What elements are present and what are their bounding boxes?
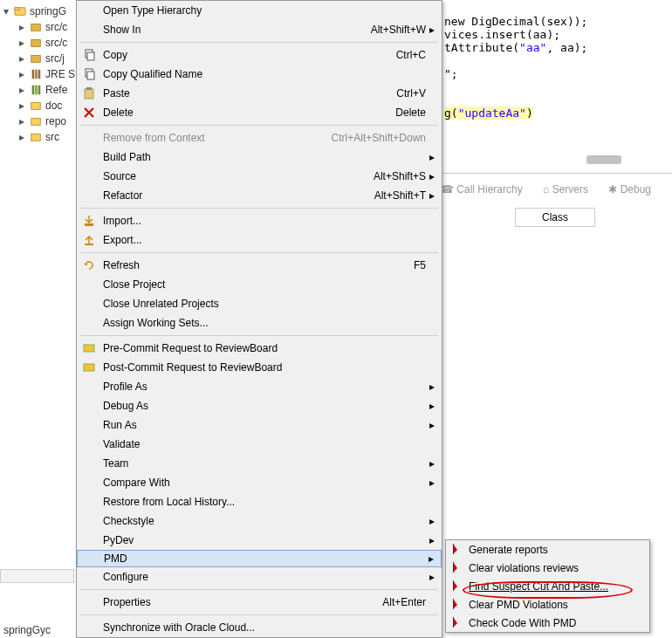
code-line: g("updateAa") [444,106,533,120]
submenu-item-clear-pmd-violations[interactable]: Clear PMD Violations [446,595,649,614]
menu-item-paste[interactable]: PasteCtrl+V [77,84,442,103]
menu-item-import[interactable]: Import... [77,211,442,230]
tree-item[interactable]: ▸repo [2,113,86,129]
paste-icon [82,86,96,100]
menu-shortcut: Alt+Shift+S [374,170,426,182]
menu-item-synchronize-with-oracle-cloud[interactable]: Synchronize with Oracle Cloud... [77,618,442,637]
menu-item-pmd[interactable]: PMD▸ [77,550,442,567]
expand-icon[interactable]: ▸ [17,52,26,65]
menu-item-checkstyle[interactable]: Checkstyle▸ [77,511,442,531]
expand-icon[interactable]: ▸ [17,131,26,143]
view-servers[interactable]: ⌂ Servers [543,183,597,196]
code-line: vices.insert(aa); [444,28,560,41]
menu-item-profile-as[interactable]: Profile As▸ [77,377,442,396]
menu-label: Team [103,457,426,470]
views-toolbar: ☎ Call Hierarchy ⌂ Servers ✱ Debug [441,183,672,196]
editor-scrollbar-thumb[interactable] [586,155,621,164]
tree-item[interactable]: ▸JRE S [2,66,86,82]
view-debug[interactable]: ✱ Debug [608,183,660,196]
menu-label: Delete [103,106,395,119]
tree-item[interactable]: ▸src [2,129,86,145]
menu-label: Post-Commit Request to ReviewBoard [103,361,426,374]
menu-item-configure[interactable]: Configure▸ [77,567,442,587]
submenu-item-generate-reports[interactable]: Generate reports [446,540,649,559]
view-call-hierarchy[interactable]: ☎ Call Hierarchy [441,183,531,196]
menu-item-restore-from-local-history[interactable]: Restore from Local History... [77,492,442,511]
menu-item-validate[interactable]: Validate [77,435,442,454]
submenu-item-find-suspect-cut-and-paste[interactable]: Find Suspect Cut And Paste... [446,577,649,595]
expand-icon[interactable]: ▸ [17,21,26,33]
tree-item-label: JRE S [45,68,75,80]
submenu-arrow-icon: ▸ [426,400,435,412]
submenu-arrow-icon: ▸ [426,381,435,393]
menu-item-pydev[interactable]: PyDev▸ [77,531,442,550]
library-icon [30,68,42,80]
pmd-submenu[interactable]: Generate reportsClear violations reviews… [445,539,650,633]
menu-item-compare-with[interactable]: Compare With▸ [77,473,442,492]
svg-rect-8 [32,86,35,95]
folder-icon [30,115,42,127]
code-editor[interactable]: new DigDecimal(sex)); vices.insert(aa); … [441,0,672,121]
submenu-item-clear-violations-reviews[interactable]: Clear violations reviews [446,559,649,577]
menu-item-open-type-hierarchy[interactable]: Open Type Hierarchy [77,1,442,20]
tree-item[interactable]: ▸src/c [2,35,86,51]
submenu-label: Find Suspect Cut And Paste... [469,580,642,593]
menu-item-remove-from-context: Remove from ContextCtrl+Alt+Shift+Down [77,128,442,147]
menu-label: Validate [103,438,426,450]
menu-item-copy[interactable]: CopyCtrl+C [77,45,442,65]
tree-item[interactable]: ▸doc [2,98,86,113]
menu-item-run-as[interactable]: Run As▸ [77,415,442,435]
rb-icon [82,360,96,374]
tree-root[interactable]: ▾ springG [2,3,86,19]
menu-item-debug-as[interactable]: Debug As▸ [77,396,442,415]
menu-item-team[interactable]: Team▸ [77,454,442,473]
menu-item-refresh[interactable]: RefreshF5 [77,256,442,275]
expand-icon[interactable]: ▸ [17,68,26,80]
menu-item-close-project[interactable]: Close Project [77,275,442,294]
svg-rect-11 [31,103,41,110]
tree-item[interactable]: ▸src/j [2,51,86,66]
expand-icon[interactable]: ▸ [17,99,26,112]
menu-item-close-unrelated-projects[interactable]: Close Unrelated Projects [77,294,442,313]
menu-item-properties[interactable]: PropertiesAlt+Enter [77,593,442,612]
tree-item-label: src/c [45,37,67,49]
menu-item-copy-qualified-name[interactable]: Copy Qualified Name [77,65,442,84]
svg-rect-9 [35,86,38,95]
menu-label: Import... [103,215,426,227]
menu-label: Restore from Local History... [103,496,426,508]
expand-icon[interactable]: ▸ [17,115,26,127]
menu-shortcut: F5 [414,259,426,271]
tree-scroll-area[interactable] [0,569,74,583]
menu-item-pre-commit-request-to-reviewboard[interactable]: Pre-Commit Request to ReviewBoard [77,339,442,358]
tree-item[interactable]: ▸src/c [2,19,86,35]
submenu-arrow-icon: ▸ [426,170,435,182]
menu-item-build-path[interactable]: Build Path▸ [77,147,442,167]
menu-item-post-commit-request-to-reviewboard[interactable]: Post-Commit Request to ReviewBoard [77,358,442,377]
menu-label: Copy [103,49,396,61]
package-icon [30,21,42,33]
tree-collapse-icon[interactable]: ▾ [2,5,10,17]
menu-label: Close Project [103,278,426,291]
menu-item-show-in[interactable]: Show InAlt+Shift+W▸ [77,20,442,39]
class-column-header[interactable]: Class [515,208,595,227]
menu-shortcut: Delete [395,106,426,119]
svg-rect-28 [453,617,454,628]
expand-icon[interactable]: ▸ [17,37,26,49]
tree-item[interactable]: ▸Refe [2,82,86,98]
submenu-label: Clear violations reviews [469,562,642,574]
menu-item-source[interactable]: SourceAlt+Shift+S▸ [77,167,442,186]
submenu-arrow-icon: ▸ [426,24,435,36]
context-menu[interactable]: Open Type HierarchyShow InAlt+Shift+W▸Co… [76,0,442,638]
menu-label: Assign Working Sets... [103,317,426,329]
expand-icon[interactable]: ▸ [17,84,26,96]
menu-label: Export... [103,234,426,246]
tree-item-label: src [45,131,59,143]
submenu-label: Check Code With PMD [469,617,642,629]
menu-item-export[interactable]: Export... [77,230,442,250]
menu-item-delete[interactable]: DeleteDelete [77,103,442,122]
submenu-item-check-code-with-pmd[interactable]: Check Code With PMD [446,614,649,632]
svg-rect-2 [31,24,41,31]
project-tree[interactable]: ▾ springG ▸src/c ▸src/c ▸src/j ▸JRE S ▸R… [0,0,87,585]
menu-item-assign-working-sets[interactable]: Assign Working Sets... [77,313,442,333]
menu-item-refactor[interactable]: RefactorAlt+Shift+T▸ [77,186,442,205]
